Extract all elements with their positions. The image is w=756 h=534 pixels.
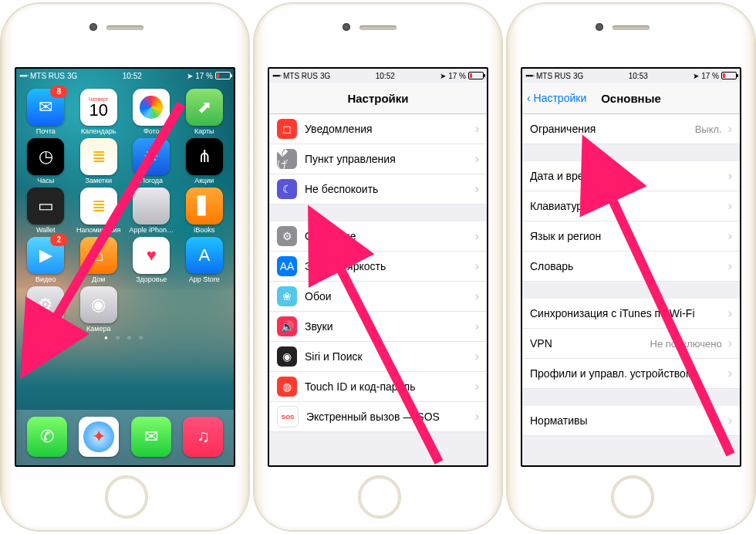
maps-icon: ⬈ xyxy=(186,89,223,126)
notes-icon: ≣ xyxy=(80,138,117,175)
mail-icon: ✉︎8 xyxy=(27,89,64,126)
stocks-icon: ⋔ xyxy=(186,138,223,175)
ibooks-icon: ▋ xyxy=(186,188,223,225)
settings-row-wallpaper[interactable]: ❀Обои› xyxy=(269,282,487,312)
settings-row-sos[interactable]: SOSЭкстренный вызов — SOS› xyxy=(269,402,487,432)
settings-row-display[interactable]: AAЭкран и яркость› xyxy=(269,252,487,282)
general-row-itunes-wifi[interactable]: Синхронизация с iTunes по Wi-Fi› xyxy=(522,299,740,329)
row-label: Нормативы xyxy=(530,414,588,427)
settings-row-control-center[interactable]: �げПункт управления› xyxy=(269,144,487,174)
signal-bars-icon: ▪▪▪▪▫ xyxy=(272,72,281,79)
battery-icon xyxy=(215,72,231,79)
page-dots[interactable]: ● ○ ○ ○ xyxy=(16,334,234,341)
app-grid: ✉︎8ПочтаЧетверг10КалендарьФото⬈Карты◷Час… xyxy=(16,83,234,333)
general-icon: ⚙ xyxy=(277,226,297,246)
app-mail[interactable]: ✉︎8Почта xyxy=(22,89,69,135)
screen-general: ▪▪▪▪▫ MTS RUS 3G 10:53 ➤ 17 % ‹ Настройк… xyxy=(521,67,741,467)
carrier-label: MTS RUS xyxy=(30,72,65,80)
app-camera[interactable]: ◉Камера xyxy=(76,286,122,333)
app-health[interactable]: ♥Здоровье xyxy=(128,237,174,283)
display-icon: AA xyxy=(277,256,297,276)
row-label: Ограничения xyxy=(530,123,596,135)
battery-icon xyxy=(468,72,484,79)
row-label: Уведомления xyxy=(305,123,373,135)
app-weather[interactable]: ☀Погода xyxy=(128,138,174,184)
chevron-right-icon: › xyxy=(728,199,732,213)
settings-row-notifications[interactable]: ◻Уведомления› xyxy=(269,114,487,144)
screen-home: ▪▪▪▪▫ MTS RUS 3G 10:52 ➤ 17 % ✉︎8ПочтаЧе… xyxy=(15,67,235,467)
dock-messages[interactable]: ✉︎ xyxy=(131,417,171,457)
clock-label: 10:52 xyxy=(123,72,142,80)
app-tips[interactable]: Apple iPhon… xyxy=(128,188,174,234)
app-wallet[interactable]: ▭Wallet xyxy=(22,188,69,234)
nav-bar: Настройки xyxy=(269,83,487,114)
home-button[interactable] xyxy=(611,475,654,519)
app-videos[interactable]: ▶2Видео xyxy=(22,237,69,283)
tips-icon xyxy=(133,188,170,225)
app-notes[interactable]: ≣Заметки xyxy=(76,138,122,184)
settings-row-dnd[interactable]: ☾Не беспокоить› xyxy=(269,174,487,204)
app-settings[interactable]: ⚙Настройки xyxy=(22,286,69,333)
general-row-keyboard[interactable]: Клавиатура› xyxy=(522,191,740,221)
row-value: Не подключено xyxy=(650,338,722,350)
general-row-dictionary[interactable]: Словарь› xyxy=(522,252,740,282)
app-ibooks[interactable]: ▋iBooks xyxy=(181,188,228,234)
app-label: Акции xyxy=(181,177,228,184)
app-appstore[interactable]: AApp Store xyxy=(181,237,228,283)
screen-settings: ▪▪▪▪▫ MTS RUS 3G 10:52 ➤ 17 % Настройки … xyxy=(268,67,488,467)
weather-icon: ☀ xyxy=(133,138,170,175)
general-row-restrictions[interactable]: ОграниченияВыкл.› xyxy=(522,114,740,144)
status-bar: ▪▪▪▪▫ MTS RUS 3G 10:53 ➤ 17 % xyxy=(522,69,740,83)
chevron-right-icon: › xyxy=(475,122,479,136)
battery-pct: 17 % xyxy=(195,72,213,80)
app-stocks[interactable]: ⋔Акции xyxy=(181,138,228,184)
settings-row-touchid[interactable]: ◍Touch ID и код-пароль› xyxy=(269,372,487,402)
settings-row-sounds[interactable]: 🔊Звуки› xyxy=(269,312,487,342)
row-label: Touch ID и код-пароль xyxy=(305,380,416,393)
app-label: Почта xyxy=(22,127,69,135)
dock-safari[interactable]: ✦ xyxy=(79,417,119,457)
app-clock[interactable]: ◷Часы xyxy=(22,138,69,184)
notifications-icon: ◻ xyxy=(277,119,297,139)
general-row-profiles[interactable]: Профили и управл. устройством› xyxy=(522,359,740,389)
wallpaper-icon: ❀ xyxy=(277,286,297,306)
appstore-icon: A xyxy=(186,237,223,274)
app-label: Календарь xyxy=(76,127,122,135)
app-maps[interactable]: ⬈Карты xyxy=(181,89,228,135)
back-button[interactable]: ‹ Настройки xyxy=(527,92,586,104)
dnd-icon: ☾ xyxy=(277,179,297,199)
camera-icon: ◉ xyxy=(80,286,117,323)
app-label: Apple iPhon… xyxy=(128,226,174,234)
row-label: Дата и время xyxy=(530,170,597,182)
general-row-date-time[interactable]: Дата и время› xyxy=(522,161,740,191)
general-row-regulatory[interactable]: Нормативы› xyxy=(522,406,740,436)
network-label: 3G xyxy=(320,72,330,80)
settings-row-general[interactable]: ⚙Основные› xyxy=(269,221,487,252)
app-photos[interactable]: Фото xyxy=(128,89,174,135)
app-reminders[interactable]: ≣Напоминания xyxy=(76,188,122,234)
dock: ✆✦✉︎♫ xyxy=(16,410,234,465)
dock-phone[interactable]: ✆ xyxy=(27,417,67,457)
app-home[interactable]: ⌂Дом xyxy=(76,237,122,283)
chevron-right-icon: › xyxy=(475,182,479,196)
chevron-right-icon: › xyxy=(475,319,479,333)
settings-row-siri[interactable]: ◉Siri и Поиск› xyxy=(269,342,487,372)
chevron-right-icon: › xyxy=(728,122,732,136)
location-icon: ➤ xyxy=(693,72,699,80)
network-label: 3G xyxy=(67,72,77,80)
general-row-vpn[interactable]: VPNНе подключено› xyxy=(522,329,740,359)
dock-music[interactable]: ♫ xyxy=(183,417,223,457)
sos-icon: SOS xyxy=(277,406,299,428)
carrier-label: MTS RUS xyxy=(283,72,318,80)
app-label: Здоровье xyxy=(128,275,174,283)
app-label: Карты xyxy=(181,127,228,135)
siri-icon: ◉ xyxy=(277,346,297,367)
chevron-right-icon: › xyxy=(728,414,732,428)
phone-frame-3: ▪▪▪▪▫ MTS RUS 3G 10:53 ➤ 17 % ‹ Настройк… xyxy=(508,4,754,530)
app-label: Видео xyxy=(22,275,69,283)
app-calendar[interactable]: Четверг10Календарь xyxy=(76,89,122,135)
chevron-right-icon: › xyxy=(475,259,479,273)
general-row-language[interactable]: Язык и регион› xyxy=(522,221,740,252)
home-button[interactable] xyxy=(358,475,401,519)
home-button[interactable] xyxy=(105,475,148,519)
